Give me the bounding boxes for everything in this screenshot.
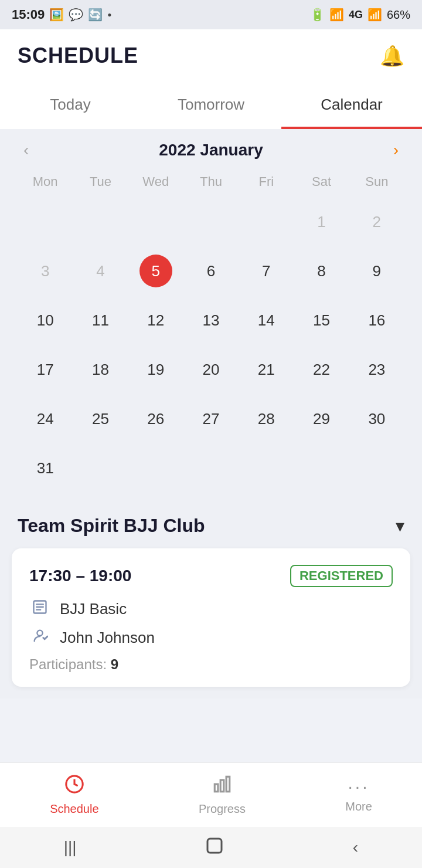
- day-header-fri: Fri: [239, 171, 294, 192]
- cal-day-30[interactable]: 30: [349, 395, 404, 442]
- cal-day-18[interactable]: 18: [73, 346, 128, 393]
- day-header-mon: Mon: [18, 171, 73, 192]
- cal-day-5[interactable]: 5: [128, 247, 183, 294]
- signal-bars-icon: 📶: [367, 8, 382, 22]
- next-month-button[interactable]: ›: [387, 141, 404, 160]
- cal-day-empty11: [349, 445, 404, 491]
- system-nav: ||| ‹: [0, 827, 422, 868]
- cal-day-19[interactable]: 19: [128, 346, 183, 393]
- tab-today[interactable]: Today: [0, 82, 141, 129]
- system-menu-icon[interactable]: |||: [64, 838, 77, 857]
- event-class-name: BJJ Basic: [60, 600, 127, 618]
- cal-day-24[interactable]: 24: [18, 395, 73, 442]
- day-header-sat: Sat: [294, 171, 349, 192]
- instructor-icon: [29, 628, 50, 648]
- cal-day-26[interactable]: 26: [128, 395, 183, 442]
- svg-rect-6: [215, 784, 218, 792]
- nav-more[interactable]: ··· More: [345, 777, 372, 813]
- cal-day-31[interactable]: 31: [18, 445, 73, 491]
- cal-day-empty3: [128, 198, 183, 245]
- day-header-tue: Tue: [73, 171, 128, 192]
- signal-4g-icon: 4G: [349, 9, 363, 21]
- cal-day-27[interactable]: 27: [183, 395, 239, 442]
- cal-day-8[interactable]: 8: [294, 247, 349, 294]
- cal-day-25[interactable]: 25: [73, 395, 128, 442]
- cal-day-17[interactable]: 17: [18, 346, 73, 393]
- cal-day-6[interactable]: 6: [183, 247, 239, 294]
- tab-calendar[interactable]: Calendar: [281, 82, 422, 129]
- event-instructor-name: John Johnson: [60, 629, 155, 647]
- svg-point-4: [37, 630, 42, 636]
- cal-day-empty10: [294, 445, 349, 491]
- nav-progress-label: Progress: [199, 802, 246, 816]
- event-participants-count: 9: [111, 656, 118, 672]
- cal-day-16[interactable]: 16: [349, 297, 404, 344]
- club-section[interactable]: Team Spirit BJJ Club ▾: [0, 497, 422, 542]
- cal-day-4[interactable]: 4: [73, 247, 128, 294]
- cal-day-empty5: [239, 198, 294, 245]
- status-dot: ●: [107, 11, 111, 19]
- prev-month-button[interactable]: ‹: [18, 141, 35, 160]
- status-sync-icon: 🔄: [88, 8, 103, 22]
- cal-day-13[interactable]: 13: [183, 297, 239, 344]
- event-card[interactable]: 17:30 – 19:00 REGISTERED BJJ Basic: [12, 548, 410, 687]
- bottom-nav: Schedule Progress ··· More: [0, 762, 422, 827]
- day-header-thu: Thu: [183, 171, 239, 192]
- nav-schedule[interactable]: Schedule: [50, 774, 98, 816]
- bell-icon[interactable]: 🔔: [380, 44, 404, 67]
- document-icon: [29, 599, 50, 619]
- nav-more-label: More: [345, 800, 372, 813]
- event-class-row: BJJ Basic: [29, 599, 393, 619]
- event-participants: Participants: 9: [29, 656, 393, 673]
- cal-day-11[interactable]: 11: [73, 297, 128, 344]
- cal-day-15[interactable]: 15: [294, 297, 349, 344]
- time-text: 15:09: [12, 7, 45, 22]
- svg-rect-7: [220, 780, 224, 792]
- cal-day-empty8: [183, 445, 239, 491]
- progress-icon: [212, 774, 232, 799]
- nav-progress[interactable]: Progress: [199, 774, 246, 816]
- day-header-wed: Wed: [128, 171, 183, 192]
- club-title: Team Spirit BJJ Club: [18, 515, 205, 537]
- event-registered-badge: REGISTERED: [290, 565, 393, 587]
- header: SCHEDULE 🔔: [0, 29, 422, 82]
- cal-day-empty4: [183, 198, 239, 245]
- event-time: 17:30 – 19:00: [29, 567, 131, 585]
- status-bar: 15:09 🖼️ 💬 🔄 ● 🔋 📶 4G 📶 66%: [0, 0, 422, 29]
- cal-day-3[interactable]: 3: [18, 247, 73, 294]
- cal-day-7[interactable]: 7: [239, 247, 294, 294]
- cal-day-14[interactable]: 14: [239, 297, 294, 344]
- chevron-down-icon[interactable]: ▾: [396, 516, 404, 536]
- event-card-header: 17:30 – 19:00 REGISTERED: [29, 565, 393, 587]
- month-nav: ‹ 2022 January ›: [18, 141, 404, 160]
- battery-percent: 66%: [387, 8, 410, 22]
- day-headers: Mon Tue Wed Thu Fri Sat Sun: [18, 171, 404, 192]
- cal-day-9[interactable]: 9: [349, 247, 404, 294]
- cal-day-empty7: [128, 445, 183, 491]
- system-back-icon[interactable]: ‹: [353, 838, 358, 857]
- cal-day-23[interactable]: 23: [349, 346, 404, 393]
- page-title: SCHEDULE: [18, 43, 138, 68]
- schedule-icon: [64, 774, 84, 799]
- status-time: 15:09 🖼️ 💬 🔄 ●: [12, 7, 112, 22]
- nav-schedule-label: Schedule: [50, 802, 98, 816]
- battery-icon: 🔋: [310, 8, 325, 22]
- cal-day-21[interactable]: 21: [239, 346, 294, 393]
- cal-day-22[interactable]: 22: [294, 346, 349, 393]
- cal-day-empty6: [73, 445, 128, 491]
- event-instructor-row: John Johnson: [29, 628, 393, 648]
- tab-bar: Today Tomorrow Calendar: [0, 82, 422, 129]
- status-image-icon: 🖼️: [49, 8, 64, 22]
- cal-day-20[interactable]: 20: [183, 346, 239, 393]
- cal-day-1[interactable]: 1: [294, 198, 349, 245]
- cal-day-12[interactable]: 12: [128, 297, 183, 344]
- system-home-icon[interactable]: [204, 835, 225, 860]
- cal-day-empty2: [73, 198, 128, 245]
- event-card-wrapper: 17:30 – 19:00 REGISTERED BJJ Basic: [0, 542, 422, 699]
- cal-day-28[interactable]: 28: [239, 395, 294, 442]
- cal-day-10[interactable]: 10: [18, 297, 73, 344]
- cal-day-29[interactable]: 29: [294, 395, 349, 442]
- cal-day-2[interactable]: 2: [349, 198, 404, 245]
- tab-tomorrow[interactable]: Tomorrow: [141, 82, 281, 129]
- calendar-section: ‹ 2022 January › Mon Tue Wed Thu Fri Sat…: [0, 129, 422, 497]
